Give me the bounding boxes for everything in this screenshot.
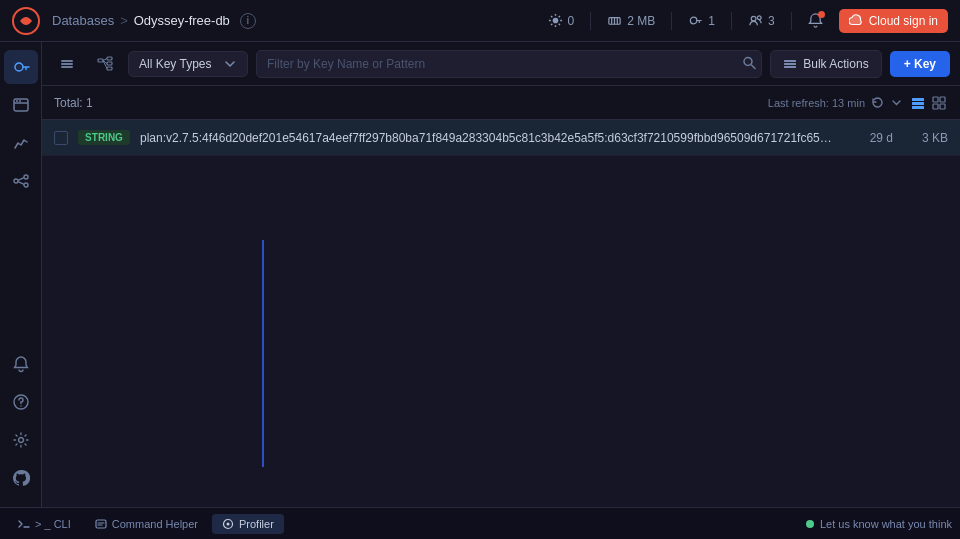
sidebar bbox=[0, 42, 42, 507]
search-button[interactable] bbox=[742, 55, 756, 72]
profiler-icon bbox=[222, 518, 234, 530]
grid-view-button[interactable] bbox=[930, 94, 948, 112]
cloud-signin-button[interactable]: Cloud sign in bbox=[839, 9, 948, 33]
help-sidebar-icon bbox=[12, 393, 30, 411]
cli-tab-label: > _ CLI bbox=[35, 518, 71, 530]
stat-divider-1 bbox=[590, 12, 591, 30]
key-ttl: 29 d bbox=[843, 131, 893, 145]
content-area: All Key Types Bulk Actions + Key bbox=[42, 42, 960, 507]
svg-rect-36 bbox=[784, 66, 796, 68]
stat-divider-2 bbox=[671, 12, 672, 30]
browser-view-tab[interactable] bbox=[52, 49, 82, 79]
stat-divider-4 bbox=[791, 12, 792, 30]
browser-sidebar-icon bbox=[12, 96, 30, 114]
bell-sidebar-icon bbox=[12, 355, 30, 373]
sidebar-notifications[interactable] bbox=[4, 347, 38, 381]
svg-rect-41 bbox=[940, 97, 945, 102]
sidebar-item-browser[interactable] bbox=[4, 88, 38, 122]
app-logo[interactable] bbox=[12, 7, 40, 35]
sidebar-github[interactable] bbox=[4, 461, 38, 495]
search-input[interactable] bbox=[256, 50, 762, 78]
clients-icon bbox=[748, 13, 763, 28]
tree-view-tab[interactable] bbox=[90, 49, 120, 79]
bottom-bar: > _ CLI Command Helper Profiler Let us k… bbox=[0, 507, 960, 539]
svg-line-29 bbox=[103, 58, 107, 60]
profiler-tab[interactable]: Profiler bbox=[212, 514, 284, 534]
command-helper-tab-label: Command Helper bbox=[112, 518, 198, 530]
list-view-button[interactable] bbox=[909, 94, 927, 112]
chevron-down-refresh-icon bbox=[890, 96, 903, 109]
settings-sidebar-icon bbox=[12, 431, 30, 449]
sidebar-help[interactable] bbox=[4, 385, 38, 419]
svg-point-14 bbox=[14, 179, 18, 183]
keys-table: STRING plan:v2.7.5:4f46d20def201e54617a4… bbox=[42, 120, 960, 507]
add-key-label: + Key bbox=[904, 57, 936, 71]
svg-rect-37 bbox=[912, 98, 924, 101]
svg-point-20 bbox=[20, 405, 21, 406]
svg-point-13 bbox=[19, 100, 21, 102]
header-stats: 0 2 MB 1 3 bbox=[548, 12, 823, 30]
refresh-icon bbox=[871, 96, 884, 109]
svg-point-8 bbox=[757, 16, 761, 20]
sidebar-settings[interactable] bbox=[4, 423, 38, 457]
breadcrumb-databases[interactable]: Databases bbox=[52, 13, 114, 28]
list-view-icon bbox=[59, 56, 75, 72]
sub-toolbar: Total: 1 Last refresh: 13 min bbox=[42, 86, 960, 120]
refresh-settings-button[interactable] bbox=[890, 96, 903, 109]
svg-point-12 bbox=[16, 100, 18, 102]
feedback-area: Let us know what you think bbox=[806, 518, 952, 530]
svg-rect-39 bbox=[912, 106, 924, 109]
row-checkbox[interactable] bbox=[54, 131, 68, 145]
table-row[interactable]: STRING plan:v2.7.5:4f46d20def201e54617a4… bbox=[42, 120, 960, 156]
svg-rect-28 bbox=[107, 67, 112, 70]
svg-rect-23 bbox=[61, 63, 73, 65]
keys-count-value: 1 bbox=[708, 14, 715, 28]
analytics-sidebar-icon bbox=[12, 134, 30, 152]
resize-handle[interactable] bbox=[262, 240, 264, 467]
cpu-value: 0 bbox=[568, 14, 575, 28]
breadcrumb-current-db: Odyssey-free-db bbox=[134, 13, 230, 28]
grid-icon bbox=[932, 96, 946, 110]
main-layout: All Key Types Bulk Actions + Key bbox=[0, 42, 960, 507]
key-count-icon bbox=[688, 13, 703, 28]
sidebar-item-keys[interactable] bbox=[4, 50, 38, 84]
cloud-icon bbox=[849, 14, 863, 28]
refresh-info: Last refresh: 13 min bbox=[768, 94, 948, 112]
key-sidebar-icon bbox=[12, 58, 30, 76]
cli-tab[interactable]: > _ CLI bbox=[8, 514, 81, 534]
search-bar bbox=[256, 50, 762, 78]
svg-point-16 bbox=[24, 183, 28, 187]
command-helper-tab[interactable]: Command Helper bbox=[85, 514, 208, 534]
github-sidebar-icon bbox=[12, 469, 30, 487]
clients-stat: 3 bbox=[748, 13, 775, 28]
cpu-stat: 0 bbox=[548, 13, 575, 28]
bulk-actions-button[interactable]: Bulk Actions bbox=[770, 50, 881, 78]
memory-stat: 2 MB bbox=[607, 13, 655, 28]
key-types-dropdown[interactable]: All Key Types bbox=[128, 51, 248, 77]
svg-rect-26 bbox=[107, 57, 112, 60]
add-key-button[interactable]: + Key bbox=[890, 51, 950, 77]
cloud-signin-label: Cloud sign in bbox=[869, 14, 938, 28]
svg-line-18 bbox=[18, 182, 24, 185]
svg-rect-34 bbox=[784, 60, 796, 62]
svg-rect-45 bbox=[96, 520, 106, 528]
feedback-label[interactable]: Let us know what you think bbox=[820, 518, 952, 530]
svg-rect-35 bbox=[784, 63, 796, 65]
svg-rect-42 bbox=[933, 104, 938, 109]
status-dot bbox=[806, 520, 814, 528]
key-name: plan:v2.7.5:4f46d20def201e54617a4eef7ff2… bbox=[140, 131, 833, 145]
svg-rect-38 bbox=[912, 102, 924, 105]
chevron-down-icon bbox=[223, 57, 237, 71]
svg-point-1 bbox=[552, 18, 558, 24]
svg-point-21 bbox=[18, 438, 23, 443]
db-info-icon[interactable]: i bbox=[240, 13, 256, 29]
refresh-button[interactable] bbox=[871, 96, 884, 109]
svg-line-17 bbox=[18, 178, 24, 181]
cpu-icon bbox=[548, 13, 563, 28]
keys-stat: 1 bbox=[688, 13, 715, 28]
sidebar-item-pubsub[interactable] bbox=[4, 164, 38, 198]
svg-rect-24 bbox=[61, 66, 73, 68]
notification-bell[interactable] bbox=[808, 13, 823, 28]
sidebar-item-analytics[interactable] bbox=[4, 126, 38, 160]
svg-point-15 bbox=[24, 175, 28, 179]
